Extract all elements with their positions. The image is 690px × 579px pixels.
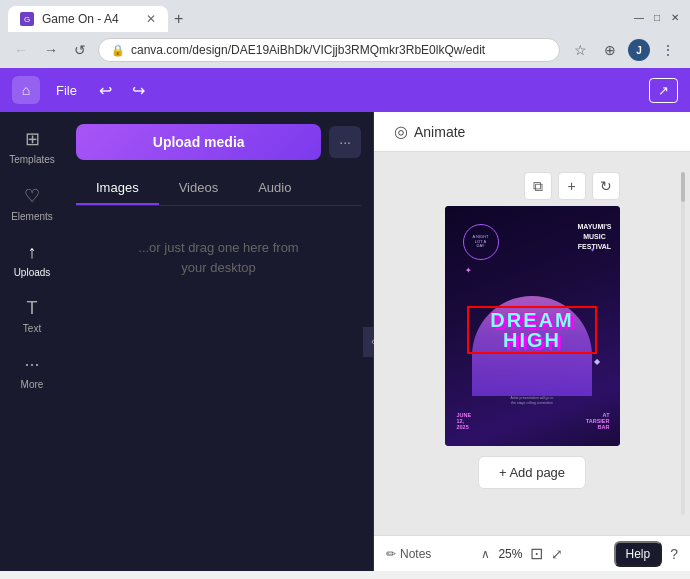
extension-button[interactable]: ⊕ bbox=[598, 38, 622, 62]
reload-button[interactable]: ↺ bbox=[70, 40, 90, 60]
canvas-scrollbar[interactable] bbox=[680, 172, 686, 515]
notes-icon: ✏ bbox=[386, 547, 396, 561]
animate-button[interactable]: ◎ Animate bbox=[386, 118, 473, 145]
duplicate-button[interactable]: ⧉ bbox=[524, 172, 552, 200]
elements-icon: ♡ bbox=[24, 185, 40, 207]
bookmark-button[interactable]: ☆ bbox=[568, 38, 592, 62]
undo-button[interactable]: ↩ bbox=[93, 79, 118, 102]
sidebar-item-text[interactable]: T Text bbox=[4, 290, 60, 342]
scrollbar-thumb bbox=[681, 172, 685, 202]
drag-hint: ...or just drag one here fromyour deskto… bbox=[76, 238, 361, 277]
canvas-area: ◎ Animate ⧉ + ↻ bbox=[374, 112, 690, 571]
new-tab-button[interactable]: + bbox=[174, 10, 183, 28]
canvas-toolbar: ◎ Animate bbox=[374, 112, 690, 152]
file-menu-button[interactable]: File bbox=[48, 79, 85, 102]
poster-badge: A NIGHTLOT ADAY bbox=[463, 224, 499, 260]
animate-label: Animate bbox=[414, 124, 465, 140]
sidebar-item-label-templates: Templates bbox=[9, 154, 55, 165]
upload-more-button[interactable]: ··· bbox=[329, 126, 361, 158]
bottom-bar: ✏ Notes ∧ 25% ⊡ ⤢ Help ? bbox=[374, 535, 690, 571]
notes-button[interactable]: ✏ Notes bbox=[386, 547, 431, 561]
sidebar-item-label-more: More bbox=[21, 379, 44, 390]
text-icon: T bbox=[27, 298, 38, 319]
pages-icon[interactable]: ⊡ bbox=[530, 544, 543, 563]
forward-button[interactable]: → bbox=[40, 40, 62, 60]
zoom-level: 25% bbox=[498, 547, 522, 561]
sidebar-item-label-uploads: Uploads bbox=[14, 267, 51, 278]
design-card-actions: ⧉ + ↻ bbox=[524, 172, 620, 200]
design-card-wrapper: ⧉ + ↻ A NIGHTLOT ADAY bbox=[445, 172, 620, 489]
active-tab[interactable]: G Game On - A4 ✕ bbox=[8, 6, 168, 32]
bottom-center: ∧ 25% ⊡ ⤢ bbox=[439, 544, 605, 563]
upload-media-button[interactable]: Upload media bbox=[76, 124, 321, 160]
design-poster[interactable]: A NIGHTLOT ADAY MAYUMI'SMUSICFESTIVAL ✦ … bbox=[445, 206, 620, 446]
add-page-button[interactable]: + Add page bbox=[478, 456, 586, 489]
sidebar-item-uploads[interactable]: ↑ Uploads bbox=[4, 234, 60, 286]
sidebar-item-more[interactable]: ··· More bbox=[4, 346, 60, 398]
refresh-button[interactable]: ↻ bbox=[592, 172, 620, 200]
lock-icon: 🔒 bbox=[111, 44, 125, 57]
animate-icon: ◎ bbox=[394, 122, 408, 141]
app-topbar: ⌂ File ↩ ↪ ↗ bbox=[0, 68, 690, 112]
nav-bar: ← → ↺ 🔒 canva.com/design/DAE19AiBhDk/VIC… bbox=[0, 32, 690, 68]
poster-small-text: Artist presentation will go tothe stage … bbox=[492, 396, 572, 406]
star-decoration-3: ◆ bbox=[594, 357, 600, 366]
tab-title: Game On - A4 bbox=[42, 12, 119, 26]
app-body: ⊞ Templates ♡ Elements ↑ Uploads T Text … bbox=[0, 112, 690, 571]
window-controls: — □ ✕ bbox=[632, 10, 682, 28]
back-button[interactable]: ← bbox=[10, 40, 32, 60]
address-text: canva.com/design/DAE19AiBhDk/VICjjb3RMQm… bbox=[131, 43, 547, 57]
tab-close-button[interactable]: ✕ bbox=[146, 12, 156, 26]
add-button[interactable]: + bbox=[558, 172, 586, 200]
upload-row: Upload media ··· bbox=[76, 124, 361, 160]
tab-images[interactable]: Images bbox=[76, 172, 159, 205]
more-icon: ··· bbox=[24, 354, 39, 375]
browser-chrome: G Game On - A4 ✕ + — □ ✕ ← → ↺ 🔒 canva.c… bbox=[0, 0, 690, 68]
poster-badge-text: A NIGHTLOT ADAY bbox=[472, 235, 488, 249]
poster-date: JUNE12,2025 bbox=[457, 412, 472, 430]
templates-icon: ⊞ bbox=[25, 128, 40, 150]
left-panel: Upload media ··· Images Videos Audio ...… bbox=[64, 112, 374, 571]
expand-icon[interactable]: ⤢ bbox=[551, 546, 563, 562]
poster-venue: ATTARSIERBAR bbox=[586, 412, 610, 430]
share-button[interactable]: ↗ bbox=[649, 78, 678, 103]
scrollbar-track bbox=[681, 172, 685, 515]
user-avatar[interactable]: J bbox=[628, 39, 650, 61]
restore-icon[interactable]: □ bbox=[650, 10, 664, 24]
tab-videos[interactable]: Videos bbox=[159, 172, 239, 205]
star-decoration-2: ✦ bbox=[590, 246, 595, 253]
address-bar[interactable]: 🔒 canva.com/design/DAE19AiBhDk/VICjjb3RM… bbox=[98, 38, 560, 62]
help-button[interactable]: Help bbox=[614, 541, 663, 567]
menu-button[interactable]: ⋮ bbox=[656, 38, 680, 62]
canvas-scroll-area[interactable]: ⧉ + ↻ A NIGHTLOT ADAY bbox=[374, 152, 690, 535]
notes-label: Notes bbox=[400, 547, 431, 561]
media-tabs: Images Videos Audio bbox=[76, 172, 361, 206]
tab-favicon: G bbox=[20, 12, 34, 26]
dream-high-text-selected: DREAMHIGH bbox=[467, 306, 597, 354]
dream-text: DREAMHIGH bbox=[471, 310, 593, 350]
tab-bar: G Game On - A4 ✕ + — □ ✕ bbox=[0, 0, 690, 32]
home-button[interactable]: ⌂ bbox=[12, 76, 40, 104]
question-icon[interactable]: ? bbox=[670, 546, 678, 562]
app-container: ⌂ File ↩ ↪ ↗ ⊞ Templates ♡ Elements ↑ Up… bbox=[0, 68, 690, 571]
minimize-icon[interactable]: — bbox=[632, 10, 646, 24]
uploads-icon: ↑ bbox=[28, 242, 37, 263]
poster-inner: A NIGHTLOT ADAY MAYUMI'SMUSICFESTIVAL ✦ … bbox=[445, 206, 620, 446]
sidebar-item-label-elements: Elements bbox=[11, 211, 53, 222]
tab-audio[interactable]: Audio bbox=[238, 172, 311, 205]
sidebar-item-label-text: Text bbox=[23, 323, 41, 334]
sidebar-item-elements[interactable]: ♡ Elements bbox=[4, 177, 60, 230]
sidebar-icons: ⊞ Templates ♡ Elements ↑ Uploads T Text … bbox=[0, 112, 64, 571]
sidebar-item-templates[interactable]: ⊞ Templates bbox=[4, 120, 60, 173]
share-icon: ↗ bbox=[658, 83, 669, 98]
chevron-up-icon: ∧ bbox=[481, 547, 490, 561]
redo-button[interactable]: ↪ bbox=[126, 79, 151, 102]
nav-icons: ☆ ⊕ J ⋮ bbox=[568, 38, 680, 62]
close-icon[interactable]: ✕ bbox=[668, 10, 682, 24]
star-decoration-1: ✦ bbox=[465, 266, 472, 275]
